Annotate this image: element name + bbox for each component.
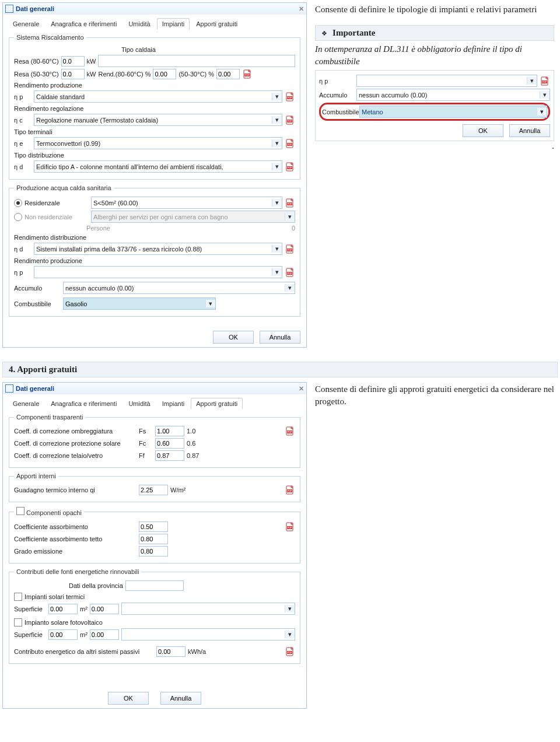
np-combo[interactable]: Caldaie standard▾ [34,90,282,103]
inset-accum-combo[interactable]: nessun accumulo (0.00)▾ [356,89,550,101]
kw-label-1: kW [87,58,96,65]
radio-residenziale[interactable] [14,199,22,207]
pdf-icon[interactable] [242,69,253,79]
ok-button[interactable]: OK [108,692,149,705]
group-opachi: Componenti opachi Coefficiente assorbime… [9,507,300,564]
pdf-icon[interactable] [285,485,295,495]
chevron-down-icon: ▾ [285,213,295,220]
pdf-icon[interactable] [285,198,295,208]
inset-np-label: η p [319,78,354,85]
check-fotovoltaico[interactable] [14,618,22,626]
pdf-icon[interactable] [285,115,295,125]
cancel-button[interactable]: Annulla [260,331,300,344]
resa50-input[interactable] [61,69,85,79]
inset-np-combo[interactable]: ▾ [356,75,537,87]
foto-combo[interactable]: ▾ [121,628,295,640]
tab-umidita[interactable]: Umidità [123,398,155,409]
tab-anagrafica[interactable]: Anagrafica e riferimenti [46,18,122,29]
legend-opachi: Componenti opachi [14,507,84,516]
tab-umidita[interactable]: Umidità [123,18,155,29]
ne-value: Termoconvettori (0.99) [34,140,272,147]
ok-button[interactable]: OK [213,331,254,344]
close-icon[interactable]: ✕ [299,385,304,393]
tab-generale[interactable]: Generale [8,18,44,29]
ne-combo[interactable]: Termoconvettori (0.99)▾ [34,137,282,149]
ass-tetto-input[interactable] [139,534,168,544]
pdf-icon[interactable] [285,138,295,149]
inset-cancel-button[interactable]: Annulla [509,124,550,137]
acqua-nd-combo[interactable]: Sistemi installati prima della 373/76 - … [34,243,282,255]
inset-ok-button[interactable]: OK [463,124,503,137]
pdf-icon[interactable] [285,162,295,172]
sup-input[interactable] [48,604,78,614]
residenziale-value: S<50m² (60.00) [92,200,272,206]
tab-impianti[interactable]: Impianti [157,398,190,409]
np-label: η p [14,93,32,100]
accumulo-label: Accumulo [14,285,61,292]
check-termici[interactable] [14,593,22,601]
chevron-down-icon: ▾ [527,77,537,85]
pdf-icon[interactable] [540,76,550,86]
sup-val2-input[interactable] [90,604,119,614]
window-apporti: Dati generali ✕ Generale Anagrafica e ri… [2,382,307,709]
pdf-icon[interactable] [285,267,295,278]
window-impianti: Dati generali ✕ Generale Anagrafica e ri… [2,2,307,348]
emiss-input[interactable] [139,546,168,556]
rend-reg-label: Rendimento regolazione [14,105,295,112]
radio-non-residenziale[interactable] [14,213,22,221]
pdf-icon[interactable] [285,522,295,532]
accumulo-combo[interactable]: nessun accumulo (0.00)▾ [63,282,295,294]
dati-prov-input[interactable] [125,580,184,591]
ff-input[interactable] [155,450,184,461]
persone-label: Persone [86,225,110,232]
fs-input[interactable] [155,426,184,436]
tab-anagrafica[interactable]: Anagrafica e riferimenti [46,398,122,409]
tab-impianti[interactable]: Impianti [157,18,190,29]
tab-apporti[interactable]: Apporti gratuiti [191,18,243,29]
chevron-down-icon: ▾ [537,108,547,116]
ass-input[interactable] [139,522,168,532]
fs-sym: Fs [139,428,153,435]
cancel-button[interactable]: Annulla [160,692,201,705]
check-opachi[interactable] [16,507,24,515]
titlebar: Dati generali ✕ [3,3,306,15]
combustibile-combo[interactable]: Gasolio▾ [63,298,216,310]
tab-apporti[interactable]: Apporti gratuiti [191,398,243,409]
rend50-input[interactable] [216,69,240,79]
close-icon[interactable]: ✕ [299,5,304,13]
residenziale-combo[interactable]: S<50m² (60.00)▾ [91,197,282,209]
qi-input[interactable] [139,485,168,495]
callout-title: Importante [332,28,375,37]
inset-comb-combo[interactable]: Metano▾ [359,106,547,118]
pdf-icon[interactable] [285,426,295,436]
chevron-down-icon: ▾ [272,93,282,100]
tab-generale[interactable]: Generale [8,398,44,409]
sup2-input[interactable] [48,629,78,640]
pdf-icon[interactable] [285,646,295,657]
window-title: Dati generali [16,5,299,12]
ff-sym: Ff [139,452,153,459]
pdf-icon[interactable] [285,92,295,102]
group-acqua-calda: Produzione acqua calda sanitaria Residen… [9,184,300,317]
fc-input[interactable] [155,438,184,449]
nd-combo[interactable]: Edificio tipo A - colonne montanti all'i… [34,160,282,173]
tabs: Generale Anagrafica e riferimenti Umidit… [3,394,306,409]
pdf-icon[interactable] [285,244,295,254]
contrib-input[interactable] [156,646,186,657]
rend80-input[interactable] [153,69,176,79]
rend-prod-label: Rendimento produzione [14,82,295,89]
chevron-down-icon: ▾ [272,163,282,170]
resa50-label: Resa (50-30°C) [14,71,59,78]
accumulo-value: nessun accumulo (0.00) [64,285,285,292]
termici-combo[interactable]: ▾ [121,603,295,615]
acqua-np-combo[interactable]: ▾ [34,266,282,278]
tipo-caldaia-combo[interactable] [98,55,295,67]
resa80-input[interactable] [61,56,85,66]
fs-note: 1.0 [187,428,195,435]
chevron-down-icon: ▾ [285,605,295,612]
combustibile-value: Gasolio [64,300,205,307]
sup2-val2-input[interactable] [90,629,119,640]
ass-tetto-label: Coefficiente assorbimento tetto [14,536,136,542]
contrib-label: Contributo energetico da altri sistemi p… [14,648,154,655]
nc-combo[interactable]: Regolazione manuale (Termostato caldaia)… [34,114,282,126]
